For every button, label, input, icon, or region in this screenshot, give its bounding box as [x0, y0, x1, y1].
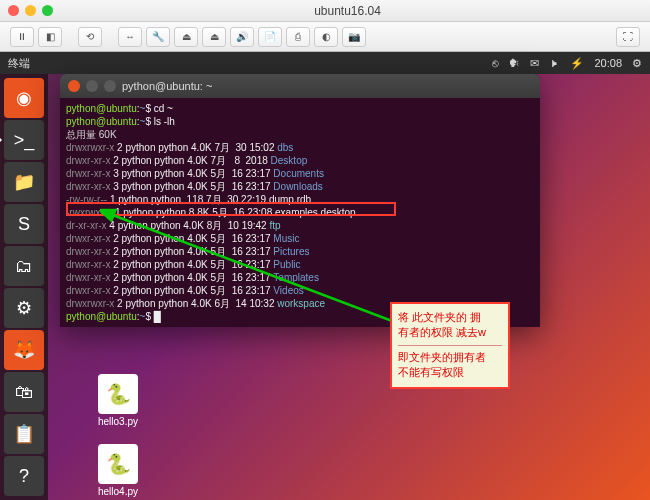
terminal-window[interactable]: python@ubuntu: ~ python@ubuntu:~$ cd ~py… — [60, 74, 540, 327]
launcher-item-2[interactable]: 📁 — [4, 162, 44, 202]
ls-row: -rwxrwxr-x 1 python python 8.8K 5月 16 23… — [66, 206, 534, 219]
ls-row: -rw-rw-r-- 1 python python 118 7月 30 22:… — [66, 193, 534, 206]
terminal-body[interactable]: python@ubuntu:~$ cd ~python@ubuntu:~$ ls… — [60, 98, 540, 327]
panel-icon-2[interactable]: ✉ — [530, 57, 539, 70]
ls-row: drwxr-xr-x 3 python python 4.0K 5月 16 23… — [66, 167, 534, 180]
panel-clock[interactable]: 20:08 — [594, 57, 622, 69]
term-close-icon[interactable] — [68, 80, 80, 92]
ls-row: dr-xr-xr-x 4 python python 4.0K 8月 10 19… — [66, 219, 534, 232]
terminal-title: python@ubuntu: ~ — [122, 79, 212, 93]
close-icon[interactable] — [8, 5, 19, 16]
vm-button-10[interactable]: ◐ — [314, 27, 338, 47]
ls-row: drwxr-xr-x 2 python python 4.0K 5月 16 23… — [66, 232, 534, 245]
launcher-item-5[interactable]: ⚙ — [4, 288, 44, 328]
vm-button-8[interactable]: 📄 — [258, 27, 282, 47]
traffic-lights — [8, 5, 53, 16]
window-title: ubuntu16.04 — [53, 4, 642, 18]
launcher-item-7[interactable]: 🛍 — [4, 372, 44, 412]
vm-button-5[interactable]: ⏏ — [174, 27, 198, 47]
vm-button-0[interactable]: ⏸ — [10, 27, 34, 47]
launcher-item-6[interactable]: 🦊 — [4, 330, 44, 370]
launcher-item-8[interactable]: 📋 — [4, 414, 44, 454]
launcher-item-3[interactable]: S — [4, 204, 44, 244]
vm-button-4[interactable]: 🔧 — [146, 27, 170, 47]
ls-row: drwxr-xr-x 2 python python 4.0K 5月 16 23… — [66, 271, 534, 284]
vm-button-9[interactable]: ⎙ — [286, 27, 310, 47]
vm-button-1[interactable]: ◧ — [38, 27, 62, 47]
vm-button-7[interactable]: 🔊 — [230, 27, 254, 47]
launcher-item-4[interactable]: 🗂 — [4, 246, 44, 286]
panel-icon-3[interactable]: 🕨 — [549, 57, 560, 69]
ls-row: drwxr-xr-x 3 python python 4.0K 5月 16 23… — [66, 180, 534, 193]
vm-button-3[interactable]: ↔ — [118, 27, 142, 47]
panel-icon-0[interactable]: ⎋ — [492, 57, 499, 69]
mac-titlebar: ubuntu16.04 — [0, 0, 650, 22]
vm-expand-button[interactable]: ⛶ — [616, 27, 640, 47]
vmware-toolbar: ⏸◧⟲↔🔧⏏⏏🔊📄⎙◐📷 ⛶ — [0, 22, 650, 52]
terminal-titlebar[interactable]: python@ubuntu: ~ — [60, 74, 540, 98]
launcher-item-9[interactable]: ? — [4, 456, 44, 496]
gear-icon[interactable]: ⚙ — [632, 57, 642, 70]
panel-icon-4[interactable]: ⚡ — [570, 57, 584, 70]
ls-row: drwxr-xr-x 2 python python 4.0K 5月 16 23… — [66, 258, 534, 271]
ls-row: drwxr-xr-x 2 python python 4.0K 7月 8 201… — [66, 154, 534, 167]
ubuntu-desktop[interactable]: ◉>_📁S🗂⚙🦊🛍📋? python@ubuntu: ~ python@ubun… — [0, 74, 650, 500]
python-file-icon: 🐍 — [98, 374, 138, 414]
term-min-icon[interactable] — [86, 80, 98, 92]
panel-app-name: 终端 — [8, 56, 30, 71]
ubuntu-top-panel: 终端 ⎋🗣✉🕨⚡20:08⚙ — [0, 52, 650, 74]
maximize-icon[interactable] — [42, 5, 53, 16]
panel-icon-1[interactable]: 🗣 — [509, 57, 520, 69]
minimize-icon[interactable] — [25, 5, 36, 16]
desktop-file[interactable]: 🐍hello3.py — [90, 374, 146, 427]
ls-row: drwxr-xr-x 2 python python 4.0K 5月 16 23… — [66, 245, 534, 258]
ls-row: drwxr-xr-x 2 python python 4.0K 5月 16 23… — [66, 284, 534, 297]
annotation-callout: 将 此文件夹的 拥 有者的权限 减去w 即文件夹的拥有者 不能有写权限 — [390, 302, 510, 389]
term-max-icon[interactable] — [104, 80, 116, 92]
vm-button-2[interactable]: ⟲ — [78, 27, 102, 47]
launcher-item-0[interactable]: ◉ — [4, 78, 44, 118]
launcher-item-1[interactable]: >_ — [4, 120, 44, 160]
vm-button-6[interactable]: ⏏ — [202, 27, 226, 47]
python-file-icon: 🐍 — [98, 444, 138, 484]
unity-launcher: ◉>_📁S🗂⚙🦊🛍📋? — [0, 74, 48, 500]
vm-button-11[interactable]: 📷 — [342, 27, 366, 47]
desktop-file[interactable]: 🐍hello4.py — [90, 444, 146, 497]
ls-row: drwxrwxr-x 2 python python 4.0K 7月 30 15… — [66, 141, 534, 154]
